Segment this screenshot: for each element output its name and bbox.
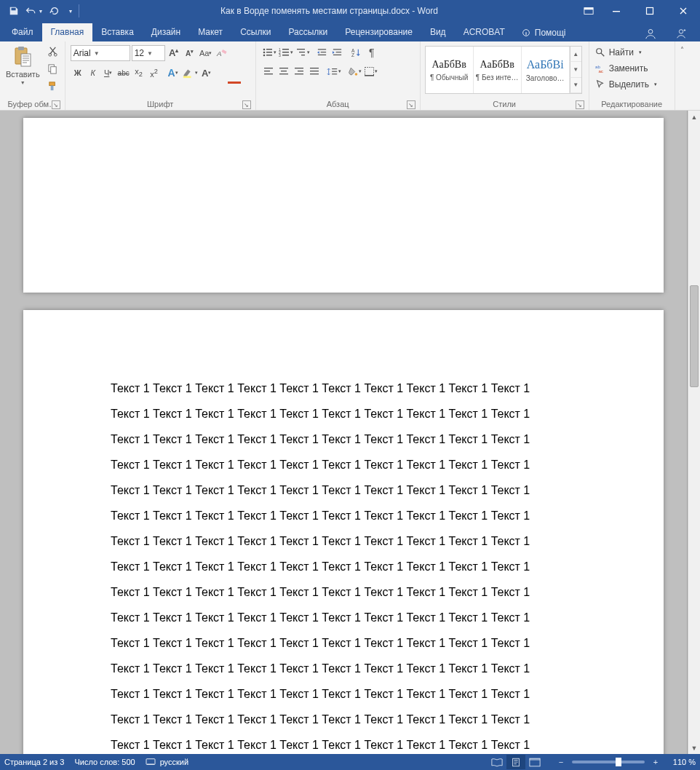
status-page[interactable]: Страница 2 из 3 bbox=[4, 758, 64, 766]
multilevel-button[interactable]: ▾ bbox=[295, 45, 311, 60]
grow-font-button[interactable]: A▴ bbox=[167, 46, 181, 60]
styles-dialog-launcher[interactable]: ↘ bbox=[576, 100, 584, 109]
borders-button[interactable]: ▾ bbox=[363, 64, 378, 79]
close-button[interactable] bbox=[667, 0, 700, 22]
tab-view[interactable]: Вид bbox=[421, 23, 455, 41]
subscript-button[interactable]: x2 bbox=[132, 66, 146, 80]
zoom-in-button[interactable]: + bbox=[649, 755, 662, 769]
bold-button[interactable]: Ж bbox=[71, 66, 85, 80]
status-language[interactable]: русский bbox=[146, 758, 188, 766]
document-scroll[interactable]: Текст 1 Текст 1 Текст 1 Текст 1 Текст 1 … bbox=[0, 111, 688, 754]
line-spacing-button[interactable]: ▾ bbox=[326, 64, 342, 79]
status-word-count[interactable]: Число слов: 500 bbox=[74, 758, 135, 766]
document-line[interactable]: Текст 1 Текст 1 Текст 1 Текст 1 Текст 1 … bbox=[111, 528, 576, 554]
zoom-level[interactable]: 110 % bbox=[667, 758, 696, 766]
tab-home[interactable]: Главная bbox=[42, 23, 93, 41]
minimize-button[interactable] bbox=[600, 0, 633, 22]
bullets-button[interactable]: ▾ bbox=[261, 45, 277, 60]
scroll-up-button[interactable]: ▲ bbox=[688, 111, 700, 123]
print-layout-button[interactable] bbox=[506, 755, 525, 769]
page-1-bottom[interactable] bbox=[23, 118, 664, 293]
web-layout-button[interactable] bbox=[525, 755, 544, 769]
find-button[interactable]: Найти▾ bbox=[595, 45, 657, 60]
ribbon-display-options-button[interactable] bbox=[578, 0, 600, 22]
tab-review[interactable]: Рецензирование bbox=[336, 23, 421, 41]
zoom-out-button[interactable]: − bbox=[554, 755, 568, 769]
paste-button[interactable]: Вставить ▼ bbox=[3, 44, 43, 87]
select-button[interactable]: Выделить▾ bbox=[595, 77, 657, 92]
align-justify-button[interactable] bbox=[307, 64, 322, 79]
scrollbar-thumb[interactable] bbox=[690, 285, 699, 387]
clear-formatting-button[interactable]: A bbox=[215, 46, 229, 60]
document-line[interactable]: Текст 1 Текст 1 Текст 1 Текст 1 Текст 1 … bbox=[111, 656, 576, 681]
font-color-button[interactable]: A▾ bbox=[199, 66, 214, 80]
text-effects-button[interactable]: A▾ bbox=[166, 66, 180, 80]
change-case-button[interactable]: Aa▾ bbox=[199, 46, 213, 60]
sort-button[interactable]: AZ bbox=[349, 45, 364, 60]
document-line[interactable]: Текст 1 Текст 1 Текст 1 Текст 1 Текст 1 … bbox=[111, 579, 576, 605]
document-text[interactable]: Текст 1 Текст 1 Текст 1 Текст 1 Текст 1 … bbox=[111, 376, 576, 754]
document-line[interactable]: Текст 1 Текст 1 Текст 1 Текст 1 Текст 1 … bbox=[111, 452, 576, 477]
increase-indent-button[interactable] bbox=[330, 45, 345, 60]
redo-button[interactable] bbox=[45, 2, 64, 20]
undo-button[interactable]: ▼ bbox=[25, 2, 44, 20]
tab-references[interactable]: Ссылки bbox=[231, 23, 279, 41]
qat-customize-button[interactable]: ▾ bbox=[65, 2, 76, 20]
shading-button[interactable]: ▾ bbox=[346, 64, 362, 79]
format-painter-button[interactable] bbox=[46, 79, 60, 93]
clipboard-dialog-launcher[interactable]: ↘ bbox=[52, 100, 60, 109]
styles-expand[interactable]: ▼ bbox=[570, 78, 581, 93]
document-line[interactable]: Текст 1 Текст 1 Текст 1 Текст 1 Текст 1 … bbox=[111, 477, 576, 503]
align-center-button[interactable] bbox=[277, 64, 291, 79]
copy-button[interactable] bbox=[46, 61, 60, 76]
document-line[interactable]: Текст 1 Текст 1 Текст 1 Текст 1 Текст 1 … bbox=[111, 707, 576, 732]
document-line[interactable]: Текст 1 Текст 1 Текст 1 Текст 1 Текст 1 … bbox=[111, 426, 576, 452]
document-line[interactable]: Текст 1 Текст 1 Текст 1 Текст 1 Текст 1 … bbox=[111, 503, 576, 528]
tell-me-search[interactable]: Помощі bbox=[514, 24, 573, 41]
scroll-down-button[interactable]: ▼ bbox=[688, 742, 700, 754]
document-line[interactable]: Текст 1 Текст 1 Текст 1 Текст 1 Текст 1 … bbox=[111, 376, 576, 401]
font-size-combo[interactable]: 12▼ bbox=[132, 45, 165, 61]
highlight-button[interactable]: ▾ bbox=[181, 66, 199, 80]
show-marks-button[interactable]: ¶ bbox=[365, 45, 379, 60]
tab-acrobat[interactable]: ACROBAT bbox=[455, 23, 514, 41]
document-line[interactable]: Текст 1 Текст 1 Текст 1 Текст 1 Текст 1 … bbox=[111, 605, 576, 630]
italic-button[interactable]: К bbox=[86, 66, 100, 80]
collapse-ribbon-button[interactable]: ˄ bbox=[675, 41, 690, 110]
style-heading1[interactable]: АаБбВі Заголово… bbox=[522, 47, 570, 93]
strikethrough-button[interactable]: abc bbox=[116, 66, 131, 80]
tab-insert[interactable]: Вставка bbox=[92, 23, 143, 41]
replace-button[interactable]: abac Заменить bbox=[595, 61, 657, 76]
document-line[interactable]: Текст 1 Текст 1 Текст 1 Текст 1 Текст 1 … bbox=[111, 401, 576, 426]
account-icon[interactable] bbox=[639, 25, 662, 41]
underline-button[interactable]: Ч▾ bbox=[101, 66, 116, 80]
zoom-slider-knob[interactable] bbox=[616, 758, 621, 766]
save-button[interactable] bbox=[4, 2, 23, 20]
maximize-button[interactable] bbox=[633, 0, 667, 22]
read-mode-button[interactable] bbox=[488, 755, 506, 769]
decrease-indent-button[interactable] bbox=[315, 45, 330, 60]
align-left-button[interactable] bbox=[261, 64, 276, 79]
styles-scroll-up[interactable]: ▲ bbox=[570, 47, 581, 62]
vertical-scrollbar[interactable]: ▲ ▼ bbox=[688, 111, 700, 754]
styles-scroll-down[interactable]: ▼ bbox=[570, 62, 581, 77]
align-right-button[interactable] bbox=[292, 64, 306, 79]
tab-file[interactable]: Файл bbox=[3, 23, 42, 41]
font-name-combo[interactable]: Arial▼ bbox=[71, 45, 130, 61]
document-line[interactable]: Текст 1 Текст 1 Текст 1 Текст 1 Текст 1 … bbox=[111, 630, 576, 656]
paragraph-dialog-launcher[interactable]: ↘ bbox=[407, 100, 415, 109]
cut-button[interactable] bbox=[46, 44, 60, 58]
tab-mailings[interactable]: Рассылки bbox=[279, 23, 336, 41]
document-line[interactable]: Текст 1 Текст 1 Текст 1 Текст 1 Текст 1 … bbox=[111, 681, 576, 707]
page-2[interactable]: Текст 1 Текст 1 Текст 1 Текст 1 Текст 1 … bbox=[23, 310, 664, 754]
styles-gallery[interactable]: АаБбВв ¶ Обычный АаБбВв ¶ Без инте… АаБб… bbox=[425, 46, 582, 94]
style-no-spacing[interactable]: АаБбВв ¶ Без инте… bbox=[474, 47, 522, 93]
tab-layout[interactable]: Макет bbox=[189, 23, 231, 41]
style-normal[interactable]: АаБбВв ¶ Обычный bbox=[426, 47, 474, 93]
superscript-button[interactable]: x2 bbox=[147, 66, 162, 80]
numbering-button[interactable]: 123▾ bbox=[278, 45, 294, 60]
font-dialog-launcher[interactable]: ↘ bbox=[242, 100, 251, 109]
share-icon[interactable] bbox=[669, 25, 693, 41]
document-line[interactable]: Текст 1 Текст 1 Текст 1 Текст 1 Текст 1 … bbox=[111, 554, 576, 579]
zoom-slider[interactable] bbox=[572, 761, 645, 763]
